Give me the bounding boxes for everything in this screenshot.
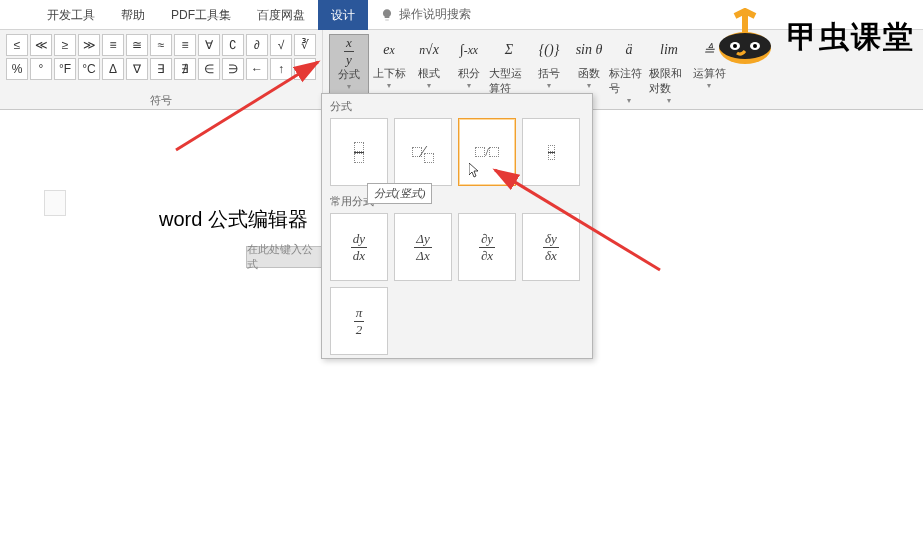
symbol-cell[interactable]: ≥ (54, 34, 76, 56)
function-button[interactable]: sin θ函数▾ (569, 34, 609, 92)
tab-design[interactable]: 设计 (318, 0, 368, 30)
limit-button[interactable]: lim极限和对数▾ (649, 34, 689, 107)
equation-placeholder[interactable]: 在此处键入公式 (246, 246, 324, 268)
tab-pdf-tools[interactable]: PDF工具集 (158, 0, 244, 30)
lightbulb-icon (380, 8, 394, 22)
fraction-icon: xy (344, 37, 354, 65)
symbol-cell[interactable]: Δ (102, 58, 124, 80)
common-fraction-dy_dx[interactable]: dydx (330, 213, 388, 281)
symbol-cell[interactable]: ∁ (222, 34, 244, 56)
function-icon: sin θ (576, 36, 603, 64)
fraction-stacked[interactable]: 分式(竖式) (330, 118, 388, 186)
symbol-cell[interactable]: → (294, 58, 316, 80)
limit-label: 极限和对数 (649, 66, 689, 96)
gallery-title-fraction: 分式 (330, 97, 584, 118)
script-button[interactable]: ex上下标▾ (369, 34, 409, 92)
chevron-down-icon: ▾ (467, 81, 471, 90)
symbol-cell[interactable]: ∛ (294, 34, 316, 56)
symbol-cell[interactable]: ∀ (198, 34, 220, 56)
limit-icon: lim (660, 36, 678, 64)
svg-point-1 (719, 33, 771, 59)
symbol-cell[interactable]: ≈ (150, 34, 172, 56)
watermark-logo: 甲虫课堂 (713, 8, 915, 66)
chevron-down-icon: ▾ (587, 81, 591, 90)
symbol-cell[interactable]: ↑ (270, 58, 292, 80)
symbol-cell[interactable]: ∃ (150, 58, 172, 80)
chevron-down-icon: ▾ (627, 96, 631, 105)
tab-help[interactable]: 帮助 (108, 0, 158, 30)
symbol-cell[interactable]: ≡ (102, 34, 124, 56)
document-title: word 公式编辑器 (159, 206, 308, 233)
operator-label: 运算符 (693, 66, 726, 81)
integral-icon: ∫-xx (460, 36, 478, 64)
large_op-icon: Σ (505, 36, 513, 64)
fraction-small[interactable] (522, 118, 580, 186)
common-fraction-Dy_Dx[interactable]: ΔyΔx (394, 213, 452, 281)
common-fraction-ddy_ddx[interactable]: δyδx (522, 213, 580, 281)
cursor-icon (469, 163, 481, 179)
tab-baidu-netdisk[interactable]: 百度网盘 (244, 0, 318, 30)
symbol-cell[interactable]: √ (270, 34, 292, 56)
accent-icon: ä (626, 36, 633, 64)
integral-button[interactable]: ∫-xx积分▾ (449, 34, 489, 92)
symbols-grid: ≤≪≥≫≡≅≈≡∀∁∂√∛%°°F°CΔ∇∃∄∈∋←↑→ (6, 34, 316, 80)
watermark-text: 甲虫课堂 (787, 17, 915, 58)
bracket-icon: {()} (539, 36, 560, 64)
tell-me-search[interactable]: 操作说明搜索 (380, 6, 471, 23)
symbol-cell[interactable]: ∄ (174, 58, 196, 80)
svg-point-5 (753, 44, 757, 48)
fraction-button[interactable]: xy分式▾ (329, 34, 369, 94)
radical-icon: n√x (419, 36, 439, 64)
symbol-cell[interactable]: °C (78, 58, 100, 80)
script-label: 上下标 (373, 66, 406, 81)
symbol-cell[interactable]: ∂ (246, 34, 268, 56)
symbol-cell[interactable]: ≫ (78, 34, 100, 56)
page-gutter-marker (44, 190, 66, 216)
chevron-down-icon: ▾ (347, 82, 351, 91)
symbols-group: ≤≪≥≫≡≅≈≡∀∁∂√∛%°°F°CΔ∇∃∄∈∋←↑→ 符号 (0, 30, 323, 109)
fraction-tooltip: 分式(竖式) (367, 183, 432, 204)
tell-me-placeholder: 操作说明搜索 (399, 6, 471, 23)
beetle-icon (713, 8, 777, 66)
bracket-button[interactable]: {()}括号▾ (529, 34, 569, 92)
symbol-cell[interactable]: ° (30, 58, 52, 80)
common-fraction-pdy_pdx[interactable]: ∂y∂x (458, 213, 516, 281)
symbol-cell[interactable]: ≅ (126, 34, 148, 56)
symbol-cell[interactable]: ∋ (222, 58, 244, 80)
chevron-down-icon: ▾ (387, 81, 391, 90)
accent-button[interactable]: ä标注符号▾ (609, 34, 649, 107)
tab-hidden[interactable] (8, 0, 34, 30)
common-fraction-pi_2[interactable]: π2 (330, 287, 388, 355)
symbol-cell[interactable]: °F (54, 58, 76, 80)
bracket-label: 括号 (538, 66, 560, 81)
symbol-cell[interactable]: % (6, 58, 28, 80)
chevron-down-icon: ▾ (547, 81, 551, 90)
tab-dev-tools[interactable]: 开发工具 (34, 0, 108, 30)
fraction-gallery: 分式 分式(竖式) ∕ / 常用分式 dydxΔyΔx∂y∂xδyδxπ2 (321, 93, 593, 359)
radical-label: 根式 (418, 66, 440, 81)
symbol-cell[interactable]: ≡ (174, 34, 196, 56)
symbol-cell[interactable]: ∇ (126, 58, 148, 80)
fraction-skewed[interactable]: ∕ (394, 118, 452, 186)
symbols-group-label: 符号 (0, 93, 322, 108)
script-icon: ex (383, 36, 394, 64)
function-label: 函数 (578, 66, 600, 81)
large_op-label: 大型运算符 (489, 66, 529, 96)
accent-label: 标注符号 (609, 66, 649, 96)
symbol-cell[interactable]: ← (246, 58, 268, 80)
symbol-cell[interactable]: ≪ (30, 34, 52, 56)
fraction-label: 分式 (338, 67, 360, 82)
chevron-down-icon: ▾ (667, 96, 671, 105)
symbol-cell[interactable]: ≤ (6, 34, 28, 56)
chevron-down-icon: ▾ (427, 81, 431, 90)
symbol-cell[interactable]: ∈ (198, 58, 220, 80)
chevron-down-icon: ▾ (707, 81, 711, 90)
integral-label: 积分 (458, 66, 480, 81)
radical-button[interactable]: n√x根式▾ (409, 34, 449, 92)
svg-point-4 (733, 44, 737, 48)
fraction-linear[interactable]: / (458, 118, 516, 186)
